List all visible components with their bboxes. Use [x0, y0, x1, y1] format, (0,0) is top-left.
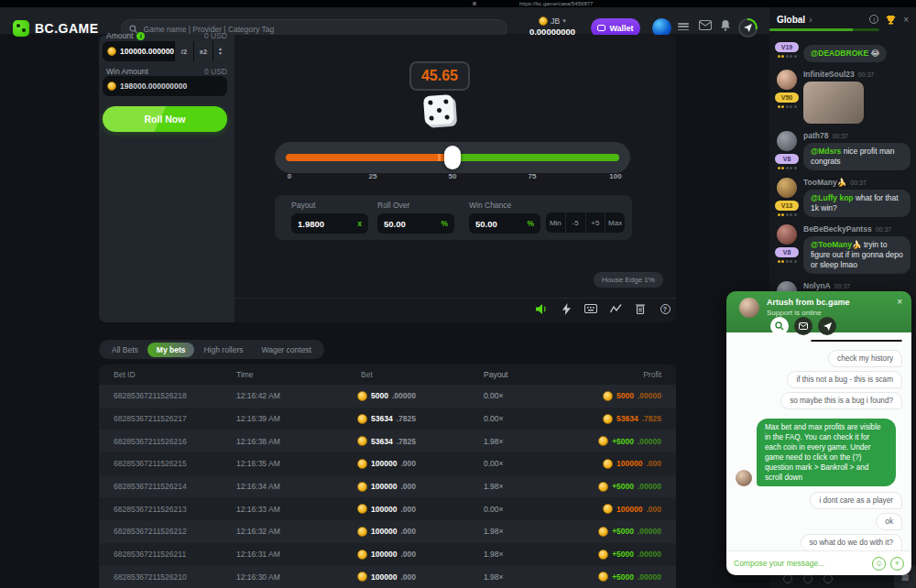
bet-time: 12:16:32 AM — [236, 527, 346, 536]
trophy-icon[interactable] — [886, 15, 896, 25]
tab-high-rollers[interactable]: High rollers — [194, 343, 252, 357]
compose-input[interactable] — [734, 559, 867, 568]
live-stats-icon[interactable] — [609, 302, 622, 315]
minus-5-button[interactable]: -5 — [565, 212, 585, 233]
email-button[interactable] — [794, 317, 812, 335]
site-logo[interactable]: BC.GAME — [35, 21, 99, 36]
bet-amount-stepper[interactable]: ▲▼ — [213, 41, 227, 61]
username[interactable]: TooMany🍌 — [803, 178, 846, 187]
coin-icon — [603, 414, 613, 424]
tab-my-bets[interactable]: My bets — [147, 343, 195, 357]
bet-amount-input[interactable]: 100000.00000000 — [103, 41, 174, 61]
coin-icon — [107, 82, 116, 91]
avatar[interactable] — [777, 70, 797, 90]
game-toolbar: ? — [535, 302, 671, 315]
chat-info-icon[interactable]: i — [869, 15, 878, 24]
max-button[interactable]: Max — [605, 212, 625, 233]
vip-rank-icon[interactable] — [678, 23, 689, 31]
amount-currency-icon[interactable]: i — [136, 32, 145, 40]
bc-logo-icon[interactable] — [13, 20, 29, 37]
table-row[interactable]: 68285367211526210 12:16:30 AM 100000.000… — [99, 566, 676, 588]
hotkeys-keyboard-icon[interactable] — [584, 302, 597, 315]
close-icon[interactable]: × — [903, 15, 909, 25]
support-message-user: so maybe this is a bug i found? — [780, 392, 902, 409]
username[interactable]: NolynA — [803, 281, 831, 290]
mention[interactable]: @TooMany🍌 — [811, 240, 862, 249]
coin-icon — [357, 572, 367, 582]
chat-channel-title[interactable]: Global — [777, 15, 805, 25]
avatar[interactable] — [777, 224, 797, 245]
bet-payout: 1.98× — [474, 482, 575, 491]
emoji-icon[interactable] — [783, 574, 792, 583]
slider-handle[interactable] — [444, 146, 461, 169]
quick-send-button[interactable] — [738, 18, 758, 38]
win-amount-input[interactable]: 198000.000000000 — [103, 76, 227, 96]
table-row[interactable]: 68285367211526216 12:16:38 AM 53634.7825… — [99, 430, 676, 452]
avatar[interactable] — [777, 178, 797, 198]
table-row[interactable]: 68285367211526211 12:16:31 AM 100000.000… — [99, 543, 676, 566]
coin-icon — [357, 391, 367, 401]
win-chance-group: Win Chance 50.00 % — [469, 201, 540, 234]
send-button[interactable] — [818, 317, 836, 335]
table-row[interactable]: 68285367211526214 12:16:34 AM 100000.000… — [99, 475, 676, 498]
payout-input[interactable]: 1.9800 x — [291, 213, 368, 234]
mention[interactable]: @Luffy kop — [811, 193, 854, 202]
dice-icon[interactable] — [823, 574, 833, 583]
username[interactable]: BeBeBeckyPantss — [803, 224, 872, 234]
search-button[interactable] — [770, 317, 789, 335]
emoji-icon[interactable]: ☺ — [872, 557, 886, 571]
attached-screenshot[interactable] — [811, 340, 902, 342]
turbo-bolt-icon[interactable] — [560, 302, 572, 315]
mention[interactable]: @Mdsrs — [811, 147, 841, 156]
min-button[interactable]: Min — [546, 212, 565, 233]
win-chance-input[interactable]: 50.00 % — [469, 213, 540, 234]
messages-icon[interactable] — [699, 20, 712, 30]
help-icon[interactable]: ? — [659, 302, 671, 315]
col-payout: Payout — [474, 370, 575, 379]
message-time: 00:37 — [832, 133, 848, 139]
address-url[interactable]: https://bc.game/casa/5456877 — [519, 0, 593, 7]
tab-all-bets[interactable]: All Bets — [103, 343, 147, 357]
bet-payout: 0.00× — [474, 414, 575, 423]
table-row[interactable]: 68285367211526217 12:16:39 AM 53634.7825… — [99, 408, 676, 430]
coin-icon — [603, 459, 613, 469]
slider-tick: 100 — [609, 172, 621, 180]
attach-icon[interactable]: + — [890, 557, 904, 571]
notifications-bell-icon[interactable] — [720, 19, 731, 31]
roll-now-button[interactable]: Roll Now — [103, 106, 227, 132]
support-conversation: check my history if this not a bug - thi… — [726, 332, 911, 550]
bet-payout: 1.98× — [474, 437, 575, 446]
double-bet-button[interactable]: x2 — [194, 41, 213, 61]
table-row[interactable]: 68285367211526218 12:16:42 AM 5000.00000… — [99, 385, 676, 408]
close-icon[interactable]: × — [897, 297, 902, 307]
level-stars — [778, 260, 797, 263]
coin-icon — [357, 527, 367, 537]
dice-icon — [423, 94, 454, 125]
plus-5-button[interactable]: +5 — [585, 212, 605, 233]
roll-over-input[interactable]: 50.00 % — [377, 213, 454, 234]
trash-icon[interactable] — [634, 302, 647, 315]
table-row[interactable]: 68285367211526215 12:16:35 AM 100000.000… — [99, 452, 676, 475]
chevron-right-icon[interactable]: › — [809, 15, 812, 25]
chat-image[interactable] — [803, 82, 864, 124]
bet-time: 12:16:38 AM — [236, 437, 346, 446]
col-bet: Bet — [346, 370, 474, 379]
sound-icon[interactable] — [535, 302, 548, 315]
chat-header: Global › i × — [769, 7, 916, 31]
win-amount-row: Win Amount 0 USD — [106, 67, 227, 76]
bet-time: 12:16:35 AM — [236, 459, 346, 468]
bet-id: 68285367211526218 — [99, 391, 236, 400]
username[interactable]: path78 — [803, 131, 828, 140]
balance-display[interactable]: JB ▾ 0.00000000 — [518, 16, 586, 37]
col-time: Time — [236, 370, 346, 379]
image-icon[interactable] — [803, 574, 812, 583]
mention[interactable]: @DEADBROKE — [811, 49, 868, 58]
username[interactable]: InfiniteSoul23 — [803, 70, 855, 79]
table-row[interactable]: 68285367211526213 12:16:33 AM 100000.000… — [99, 497, 676, 520]
table-row[interactable]: 68285367211526212 12:16:32 AM 100000.000… — [99, 520, 676, 543]
amount-label: Amount — [106, 31, 133, 40]
amount-row: Amount i 0 USD — [106, 31, 227, 40]
half-bet-button[interactable]: /2 — [175, 41, 193, 61]
tab-wager-contest[interactable]: Wager contest — [252, 343, 321, 357]
avatar[interactable] — [777, 131, 797, 151]
